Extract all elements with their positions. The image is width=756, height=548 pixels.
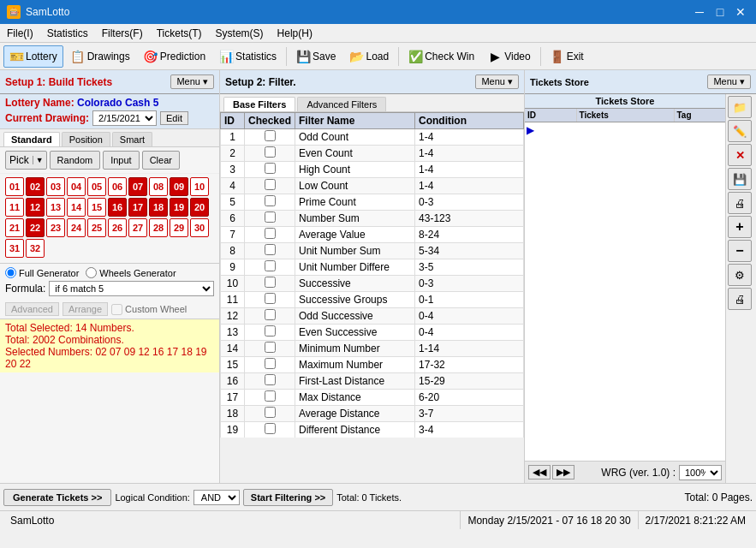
delete-button[interactable]: ✕ bbox=[728, 144, 752, 166]
number-button[interactable]: 03 bbox=[46, 177, 65, 196]
filter-row[interactable]: 5 Prime Count 0-3 bbox=[221, 194, 524, 211]
random-button[interactable]: Random bbox=[50, 151, 101, 170]
number-button[interactable]: 12 bbox=[26, 198, 45, 217]
filter-checked-cell[interactable] bbox=[245, 390, 295, 406]
generate-tickets-button[interactable]: Generate Tickets >> bbox=[3, 489, 111, 506]
filter-checked-cell[interactable] bbox=[245, 357, 295, 373]
number-button[interactable]: 18 bbox=[149, 198, 168, 217]
tab-base-filters[interactable]: Base Filters bbox=[223, 97, 295, 111]
toolbar-prediction[interactable]: 🎯 Prediction bbox=[138, 45, 211, 68]
number-button[interactable]: 11 bbox=[5, 198, 24, 217]
menu-filters[interactable]: Filters(F) bbox=[95, 26, 150, 41]
edit-button[interactable]: Edit bbox=[160, 111, 188, 125]
filter-row[interactable]: 7 Average Value 8-24 bbox=[221, 227, 524, 243]
filter-checked-cell[interactable] bbox=[245, 129, 295, 146]
number-button[interactable]: 31 bbox=[5, 239, 24, 258]
menu-help[interactable]: Help(H) bbox=[271, 26, 319, 41]
filter-checkbox[interactable] bbox=[265, 374, 276, 385]
drawing-select[interactable]: 2/15/2021 bbox=[92, 110, 157, 126]
number-button[interactable]: 19 bbox=[170, 198, 188, 217]
number-button[interactable]: 01 bbox=[5, 177, 24, 196]
filter-checked-cell[interactable] bbox=[245, 259, 295, 276]
filter-row[interactable]: 14 Minimum Number 1-14 bbox=[221, 341, 524, 357]
number-button[interactable]: 30 bbox=[190, 218, 209, 237]
tab-position[interactable]: Position bbox=[62, 132, 110, 146]
number-button[interactable]: 13 bbox=[46, 198, 65, 217]
logical-condition-select[interactable]: AND OR bbox=[193, 490, 240, 505]
tickets-store-menu[interactable]: Menu ▾ bbox=[707, 74, 751, 89]
filter-row[interactable]: 18 Average Distance 3-7 bbox=[221, 406, 524, 422]
filter-checkbox[interactable] bbox=[265, 130, 276, 141]
wrg-next-button[interactable]: ▶▶ bbox=[552, 465, 574, 480]
filter-checked-cell[interactable] bbox=[245, 422, 295, 438]
pick-dropdown[interactable]: Pick ▼ bbox=[5, 151, 47, 170]
filter-row[interactable]: 3 High Count 1-4 bbox=[221, 162, 524, 178]
filter-row[interactable]: 4 Low Count 1-4 bbox=[221, 178, 524, 194]
save-ticket-button[interactable]: 💾 bbox=[728, 168, 752, 190]
filter-checked-cell[interactable] bbox=[245, 406, 295, 422]
filter-row[interactable]: 16 First-Last Distance 15-29 bbox=[221, 373, 524, 390]
number-button[interactable]: 05 bbox=[87, 177, 106, 196]
filter-checkbox[interactable] bbox=[265, 260, 276, 271]
close-button[interactable]: ✕ bbox=[732, 3, 749, 21]
tab-smart[interactable]: Smart bbox=[112, 132, 152, 146]
middle-panel-menu[interactable]: Menu ▾ bbox=[475, 74, 519, 89]
number-button[interactable]: 22 bbox=[26, 218, 45, 237]
number-button[interactable]: 04 bbox=[67, 177, 86, 196]
filter-checkbox[interactable] bbox=[265, 163, 276, 174]
filter-checked-cell[interactable] bbox=[245, 276, 295, 292]
tab-standard[interactable]: Standard bbox=[3, 132, 60, 146]
filter-checkbox[interactable] bbox=[265, 309, 276, 320]
number-button[interactable]: 16 bbox=[108, 198, 127, 217]
filter-row[interactable]: 17 Max Distance 6-20 bbox=[221, 390, 524, 406]
number-button[interactable]: 21 bbox=[5, 218, 24, 237]
zoom-select[interactable]: 100% 75% 50% bbox=[679, 465, 722, 480]
filter-checked-cell[interactable] bbox=[245, 178, 295, 194]
filter-row[interactable]: 11 Successive Groups 0-1 bbox=[221, 292, 524, 308]
filter-checkbox[interactable] bbox=[265, 407, 276, 418]
filter-checked-cell[interactable] bbox=[245, 308, 295, 325]
filter-checked-cell[interactable] bbox=[245, 292, 295, 308]
filter-checked-cell[interactable] bbox=[245, 341, 295, 357]
wrg-prev-button[interactable]: ◀◀ bbox=[528, 465, 551, 480]
filter-checkbox[interactable] bbox=[265, 228, 276, 239]
number-button[interactable]: 27 bbox=[128, 218, 147, 237]
number-button[interactable]: 24 bbox=[67, 218, 86, 237]
maximize-button[interactable]: □ bbox=[711, 3, 729, 21]
number-button[interactable]: 32 bbox=[26, 239, 45, 258]
print-button[interactable]: 🖨 bbox=[728, 192, 752, 214]
minimize-button[interactable]: ─ bbox=[691, 3, 708, 21]
toolbar-checkwin[interactable]: ✅ Check Win bbox=[402, 45, 480, 68]
number-button[interactable]: 26 bbox=[108, 218, 127, 237]
filter-row[interactable]: 2 Even Count 1-4 bbox=[221, 146, 524, 162]
menu-tickets[interactable]: Tickets(T) bbox=[150, 26, 209, 41]
wheels-generator-radio[interactable] bbox=[86, 267, 97, 278]
filter-checkbox[interactable] bbox=[265, 179, 276, 190]
filter-checkbox[interactable] bbox=[265, 244, 276, 255]
menu-file[interactable]: File(I) bbox=[0, 26, 40, 41]
formula-select[interactable]: if 6 match 5 if 7 match 5 if 8 match 5 bbox=[49, 281, 214, 296]
number-button[interactable]: 10 bbox=[190, 177, 209, 196]
clear-button[interactable]: Clear bbox=[142, 151, 180, 170]
filter-checked-cell[interactable] bbox=[245, 194, 295, 211]
toolbar-drawings[interactable]: 📋 Drawings bbox=[65, 45, 136, 68]
input-button[interactable]: Input bbox=[103, 151, 139, 170]
filter-row[interactable]: 12 Odd Successive 0-4 bbox=[221, 308, 524, 325]
wheels-generator-option[interactable]: Wheels Generator bbox=[86, 267, 176, 278]
filter-checked-cell[interactable] bbox=[245, 325, 295, 341]
toolbar-lottery[interactable]: 🎫 Lottery bbox=[3, 45, 63, 68]
filter-checkbox[interactable] bbox=[265, 325, 276, 337]
filter-row[interactable]: 19 Different Distance 3-4 bbox=[221, 422, 524, 438]
number-button[interactable]: 07 bbox=[128, 177, 147, 196]
filter-checked-cell[interactable] bbox=[245, 243, 295, 259]
full-generator-radio[interactable] bbox=[5, 267, 16, 278]
number-button[interactable]: 09 bbox=[170, 177, 188, 196]
filter-checkbox[interactable] bbox=[265, 342, 276, 353]
filter-checked-cell[interactable] bbox=[245, 373, 295, 390]
full-generator-option[interactable]: Full Generator bbox=[5, 267, 79, 278]
filter-row[interactable]: 13 Even Successive 0-4 bbox=[221, 325, 524, 341]
number-button[interactable]: 08 bbox=[149, 177, 168, 196]
edit-ticket-button[interactable]: ✏️ bbox=[728, 120, 752, 142]
number-button[interactable]: 28 bbox=[149, 218, 168, 237]
open-folder-button[interactable]: 📁 bbox=[728, 96, 752, 118]
